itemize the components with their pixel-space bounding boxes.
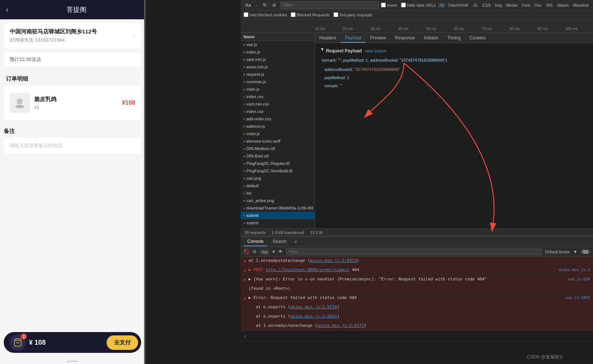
console-eye-icon[interactable]: 👁: [278, 249, 283, 254]
clear-icon[interactable]: ⊘: [271, 1, 278, 9]
network-item-8[interactable]: ▪vant.min.css: [241, 100, 315, 108]
tab-response[interactable]: Response: [390, 34, 419, 43]
address-card[interactable]: 中国河南驻马店驿城区刘阁乡112号 刘鸿涛先生 13193721944 ›: [4, 23, 141, 49]
transferred-size: 1.8 kB transferred: [271, 230, 304, 235]
tick-90ms: 90 ms: [537, 27, 565, 31]
tab-payload[interactable]: Payload: [341, 34, 365, 43]
aa-button[interactable]: Aa: [244, 1, 252, 9]
pointer-icon[interactable]: ·: [255, 1, 259, 9]
context-selector[interactable]: top: [260, 249, 270, 254]
log-level-arrow[interactable]: ▾: [573, 248, 578, 255]
tree-val-addressBookId: "157497478162990​6945": [354, 67, 400, 72]
network-item-20[interactable]: ▪list: [241, 189, 315, 197]
tab-initiator[interactable]: Initiator: [419, 34, 443, 43]
network-item-14[interactable]: ▪DIN-Medium.otf: [241, 145, 315, 152]
network-item-23[interactable]: ▪submit: [241, 212, 315, 219]
network-item-6[interactable]: ▪main.js: [241, 85, 315, 93]
cart-icon: [13, 338, 22, 347]
console-block-icon[interactable]: ⊘: [252, 249, 257, 254]
network-item-7[interactable]: ▪index.css: [241, 93, 315, 100]
network-item-0[interactable]: ▪vue.js: [241, 41, 315, 48]
link-axios-8373[interactable]: axios.min.js:2:8373: [317, 323, 364, 328]
network-item-21[interactable]: ▪cart_active.png: [241, 197, 315, 204]
network-item-9[interactable]: ▪index.css: [241, 108, 315, 115]
tab-headers[interactable]: Headers: [315, 34, 341, 43]
invert-checkbox-label[interactable]: Invert: [381, 3, 397, 7]
file-type-icon-22: ▪: [244, 206, 245, 210]
link-axios-9561[interactable]: axios.min.js:2:9561: [290, 314, 337, 319]
tree-val-remark: "": [339, 84, 342, 88]
tab-timing[interactable]: Timing: [443, 34, 465, 43]
network-item-12[interactable]: ▪order.js: [241, 130, 315, 137]
console-tab-console[interactable]: Console: [244, 237, 267, 246]
filter-all[interactable]: All: [438, 3, 446, 8]
console-clear-icon[interactable]: 🚫: [244, 249, 250, 254]
tab-preview[interactable]: Preview: [366, 34, 391, 43]
console-text-4: (found in <Root>): [248, 286, 590, 292]
hide-data-urls-label[interactable]: Hide data URLs: [401, 3, 436, 7]
file-type-icon-10: ▪: [244, 117, 245, 121]
network-item-22[interactable]: ▪download?name=3fabb83a-1c09-4fd: [241, 204, 315, 212]
filter-doc[interactable]: Doc: [533, 3, 543, 8]
invert-checkbox[interactable]: [381, 3, 386, 7]
blocked-requests-label[interactable]: Blocked Requests: [291, 12, 330, 17]
has-blocked-cookies-label[interactable]: Has blocked cookies: [244, 12, 287, 17]
tab-cookies[interactable]: Cookies: [465, 34, 490, 43]
tree-row-remark: remark: "": [325, 82, 588, 90]
source-axios-2[interactable]: axios.min.js:2: [556, 267, 590, 273]
source-vue-634[interactable]: vue.js:634: [565, 276, 590, 282]
view-source-link[interactable]: view source: [365, 49, 387, 53]
console-context-icon[interactable]: ▾: [273, 249, 275, 254]
console-tab-search[interactable]: Search: [269, 237, 290, 246]
devtools-status-bar: 28 requests 1.8 kB transferred 23.2 M: [241, 228, 593, 236]
network-filter-input[interactable]: [280, 1, 379, 9]
filter-wasm[interactable]: Wasm: [556, 3, 570, 8]
network-item-16[interactable]: ▪PingFangSC-Regular.ttf: [241, 160, 315, 167]
refresh-icon[interactable]: ↻: [261, 1, 268, 9]
network-item-5[interactable]: ▪common.js: [241, 78, 315, 85]
remark-section: 备注 请输入您需要备注的信息: [4, 124, 141, 153]
filter-fetch-xhr[interactable]: Fetch/XHR: [447, 3, 470, 8]
link-axios-1[interactable]: axios.min.js:2:8373: [310, 258, 357, 263]
blocked-requests-checkbox[interactable]: [291, 12, 296, 17]
network-item-13[interactable]: ▪element-icons.woff: [241, 137, 315, 145]
remark-input[interactable]: 请输入您需要备注的信息: [4, 138, 141, 153]
tree-val-payMethod: 1: [347, 75, 349, 80]
link-axios-9719[interactable]: axios.min.js:2:9719: [290, 305, 337, 309]
console-filter-input[interactable]: [286, 248, 542, 255]
filter-css[interactable]: CSS: [480, 3, 492, 8]
tick-60ms: 60 ms: [454, 27, 482, 31]
tick-10ms: 10 ms: [315, 27, 343, 31]
hide-data-urls-checkbox[interactable]: [401, 3, 406, 7]
filter-ws[interactable]: WS: [545, 3, 554, 8]
network-item-24[interactable]: ▪submit: [241, 219, 315, 227]
source-vue-1897[interactable]: vue.js:1897: [563, 295, 590, 300]
network-item-1[interactable]: ▪index.js: [241, 48, 315, 56]
devtools-filter-row: Has blocked cookies Blocked Requests 3rd…: [241, 10, 593, 19]
network-item-3[interactable]: ▪axios.min.js: [241, 63, 315, 71]
devtools-network-panel: Aa · ↻ ⊘ Invert Hide data URLs All Fetch…: [241, 0, 593, 236]
network-item-10[interactable]: ▪add-order.css: [241, 115, 315, 123]
third-party-requests-label[interactable]: 3rd-party requests: [333, 12, 372, 17]
filter-img[interactable]: Img: [493, 3, 503, 8]
network-item-19[interactable]: ▪default: [241, 182, 315, 189]
network-item-4[interactable]: ▪request.js: [241, 71, 315, 78]
checkout-button[interactable]: 去支付: [107, 335, 138, 350]
network-item-17[interactable]: ▪PingFangSC-Semibold.ttf: [241, 167, 315, 175]
timing-header: 10 ms 20 ms 30 ms 40 ms 50 ms 60 ms 70 m…: [241, 19, 593, 33]
network-item-2[interactable]: ▪vant.min.js: [241, 56, 315, 63]
back-button[interactable]: ‹: [6, 6, 8, 14]
filter-js[interactable]: JS: [472, 3, 479, 8]
filter-font[interactable]: Font: [520, 3, 531, 8]
third-party-requests-checkbox[interactable]: [333, 12, 338, 17]
has-blocked-cookies-checkbox[interactable]: [244, 12, 248, 17]
link-post-url[interactable]: http://localhost:8080/order/submit: [266, 267, 349, 272]
filter-manifest[interactable]: Manifest: [571, 3, 590, 8]
add-console-tab[interactable]: +: [292, 238, 300, 245]
log-level-dropdown[interactable]: Default levels: [545, 250, 570, 254]
panel-divider[interactable]: [144, 0, 146, 364]
network-item-15[interactable]: ▪DIN-Bold.otf: [241, 152, 315, 160]
network-item-11[interactable]: ▪address.js: [241, 123, 315, 130]
filter-media[interactable]: Media: [505, 3, 519, 8]
network-item-18[interactable]: ▪cart.png: [241, 175, 315, 182]
